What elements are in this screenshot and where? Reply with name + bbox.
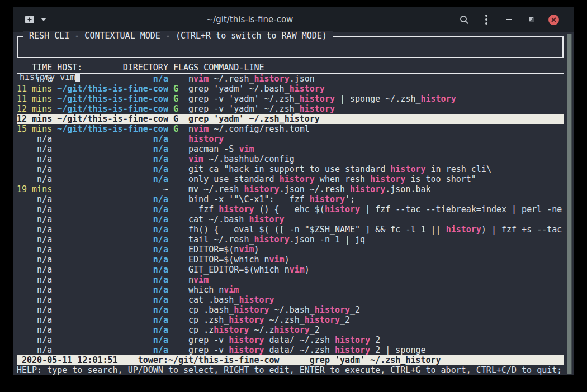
history-row[interactable]: n/a n/a EDITOR=$(which nvim) <box>17 255 564 265</box>
history-row[interactable]: n/a n/a nvim <box>17 275 564 285</box>
help-line: HELP: type to search, UP/DOWN to select,… <box>17 365 564 375</box>
history-row[interactable]: n/a n/a cp .zhistory ~/.zhistory_2 <box>17 325 564 335</box>
history-row[interactable]: n/a n/a cp .zsh_history ~/.zsh_history_2 <box>17 315 564 325</box>
new-tab-icon[interactable] <box>25 15 35 24</box>
status-line: 2020-05-11 12:01:51 tower:~/git/this-is-… <box>17 355 441 365</box>
restore-button[interactable] <box>520 11 542 28</box>
history-row[interactable]: n/a n/a EDITOR=$(nvim) <box>17 245 564 255</box>
history-row[interactable]: n/a n/a __fzf_history () { __ehc $(histo… <box>17 204 564 214</box>
history-row[interactable]: 19 mins ~ mv ~/.resh_history.json ~/.res… <box>17 184 564 194</box>
history-row[interactable]: n/a n/a grep -v history_data/ ~/.zsh_his… <box>17 335 564 345</box>
history-row[interactable]: n/a n/a history <box>17 134 564 144</box>
history-row[interactable]: n/a n/a fh() { eval $( ([ -n "$ZSH_NAME"… <box>17 224 564 235</box>
history-rows: n/a n/a nvim ~/.resh_history.json11 mins… <box>17 74 564 355</box>
terminal-window: ~/git/this-is-fine-cow <box>13 7 574 375</box>
search-icon[interactable] <box>453 11 475 28</box>
scrollbar[interactable] <box>567 34 572 374</box>
text-cursor <box>75 73 80 82</box>
history-row[interactable]: n/a n/a grep -v history_data/ ~/.zsh_his… <box>17 345 564 355</box>
history-row[interactable]: 15 mins ~/git/this-is-fine-cow G nvim ~/… <box>17 124 564 134</box>
history-row[interactable]: n/a n/a cat .bash_history <box>17 295 564 305</box>
menu-kebab-icon[interactable] <box>475 11 498 28</box>
history-row[interactable]: n/a n/a git ca "hack in support to use s… <box>17 164 564 174</box>
resh-search-box: RESH CLI - CONTEXTUAL MODE - (CTRL+R to … <box>17 36 564 58</box>
search-query-text: history vim <box>20 72 75 82</box>
titlebar: ~/git/this-is-fine-cow <box>13 7 574 32</box>
history-row[interactable]: n/a n/a which nvim <box>17 285 564 295</box>
minimize-button[interactable] <box>498 11 520 28</box>
history-row[interactable]: 12 mins ~/git/this-is-fine-cow G grep -v… <box>17 104 564 114</box>
history-row[interactable]: n/a n/a only use standard history when r… <box>17 174 564 184</box>
history-row[interactable]: n/a n/a bind -x '"\C-x1": __fzf_history'… <box>17 194 564 204</box>
chevron-down-icon[interactable] <box>41 18 46 21</box>
terminal-content: RESH CLI - CONTEXTUAL MODE - (CTRL+R to … <box>13 32 574 375</box>
history-row[interactable]: 12 mins ~/git/this-is-fine-cow G grep 'y… <box>17 114 564 124</box>
history-row[interactable]: n/a n/a cp .bash_history ~/.bash_history… <box>17 305 564 315</box>
close-icon <box>548 15 559 25</box>
window-title: ~/git/this-is-fine-cow <box>46 15 453 25</box>
status-bar: 2020-05-11 12:01:51 tower:~/git/this-is-… <box>17 355 564 365</box>
history-row[interactable]: n/a n/a pacman -S vim <box>17 144 564 154</box>
resh-mode-title: RESH CLI - CONTEXTUAL MODE - (CTRL+R to … <box>23 31 333 41</box>
history-row[interactable]: n/a n/a vim ~/.bashhub/config <box>17 154 564 164</box>
close-button[interactable] <box>542 11 565 28</box>
history-row[interactable]: n/a n/a GIT_EDITOR=$(which nvim) <box>17 265 564 275</box>
history-row[interactable]: n/a n/a tail ~/.resh_history.json -n 1 |… <box>17 235 564 245</box>
history-row[interactable]: n/a n/a cat ~/.bash_history <box>17 214 564 224</box>
search-input[interactable]: history vim <box>18 72 562 82</box>
